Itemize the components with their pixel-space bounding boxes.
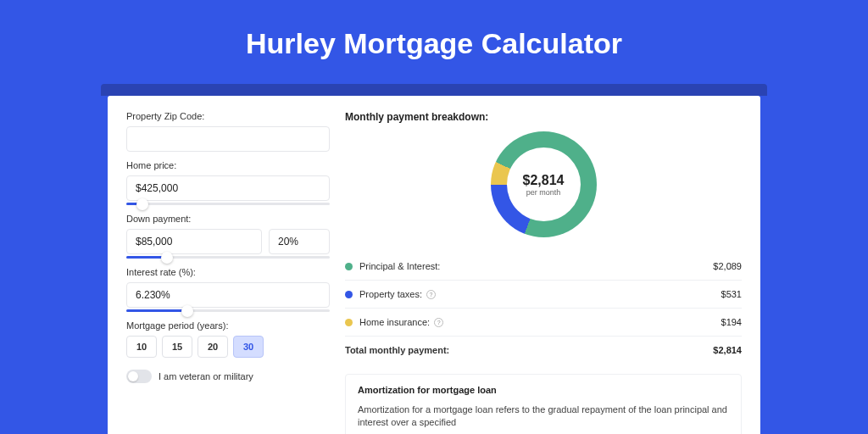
period-button-10[interactable]: 10 — [126, 336, 157, 358]
down-payment-input[interactable] — [126, 229, 262, 254]
down-payment-label: Down payment: — [126, 214, 330, 224]
home-price-label: Home price: — [126, 160, 330, 170]
legend-value: $2,089 — [713, 261, 742, 271]
amortization-text: Amortization for a mortgage loan refers … — [358, 403, 729, 430]
donut-chart-wrap: $2,814 per month — [345, 131, 742, 237]
donut-sub: per month — [526, 188, 561, 197]
zip-input[interactable] — [126, 126, 330, 152]
legend-row: Principal & Interest:$2,089 — [345, 253, 742, 281]
legend-dot — [345, 319, 353, 326]
period-button-20[interactable]: 20 — [198, 336, 228, 358]
period-button-15[interactable]: 15 — [162, 336, 192, 358]
legend-row: Property taxes:?$531 — [345, 281, 742, 309]
legend-dot — [345, 291, 353, 298]
interest-slider-fill — [126, 309, 187, 312]
total-value: $2,814 — [713, 345, 742, 355]
home-price-slider-thumb[interactable] — [136, 198, 148, 210]
down-payment-slider[interactable] — [126, 256, 330, 259]
veteran-row: I am veteran or military — [126, 370, 330, 383]
veteran-label: I am veteran or military — [159, 371, 253, 381]
zip-label: Property Zip Code: — [126, 111, 330, 121]
total-row: Total monthly payment: $2,814 — [345, 336, 742, 364]
legend-label: Home insurance:? — [359, 317, 721, 327]
interest-slider[interactable] — [126, 309, 330, 312]
form-column: Property Zip Code: Home price: Down paym… — [126, 111, 330, 434]
donut-center: $2,814 per month — [507, 147, 581, 221]
period-button-30[interactable]: 30 — [233, 336, 264, 358]
info-icon[interactable]: ? — [434, 318, 443, 327]
info-icon[interactable]: ? — [426, 290, 436, 299]
legend-row: Home insurance:?$194 — [345, 309, 742, 336]
down-payment-pct-input[interactable] — [269, 229, 330, 254]
interest-input[interactable] — [126, 282, 330, 308]
page-title: Hurley Mortgage Calculator — [0, 27, 868, 60]
donut-amount: $2,814 — [523, 173, 565, 188]
amortization-title: Amortization for mortgage loan — [358, 385, 729, 395]
total-label: Total monthly payment: — [345, 345, 713, 355]
legend-label: Principal & Interest: — [359, 261, 713, 271]
legend-value: $194 — [721, 317, 742, 327]
legend-label: Property taxes:? — [359, 289, 721, 299]
card-shadow — [101, 84, 767, 96]
legend-dot — [345, 263, 353, 270]
breakdown-column: Monthly payment breakdown: $2,814 per mo… — [345, 111, 742, 434]
calculator-card: Property Zip Code: Home price: Down paym… — [108, 96, 760, 434]
period-options: 10152030 — [126, 336, 330, 358]
home-price-slider[interactable] — [126, 203, 330, 205]
legend: Principal & Interest:$2,089Property taxe… — [345, 253, 742, 336]
veteran-toggle[interactable] — [126, 370, 152, 383]
legend-value: $531 — [721, 289, 742, 299]
veteran-toggle-knob — [128, 371, 138, 381]
interest-label: Interest rate (%): — [126, 267, 330, 277]
breakdown-title: Monthly payment breakdown: — [345, 111, 742, 123]
donut-chart: $2,814 per month — [491, 131, 597, 237]
home-price-input[interactable] — [126, 175, 330, 201]
down-payment-slider-thumb[interactable] — [161, 252, 173, 264]
period-label: Mortgage period (years): — [126, 320, 330, 331]
interest-slider-thumb[interactable] — [181, 305, 193, 317]
amortization-box: Amortization for mortgage loan Amortizat… — [345, 374, 742, 434]
